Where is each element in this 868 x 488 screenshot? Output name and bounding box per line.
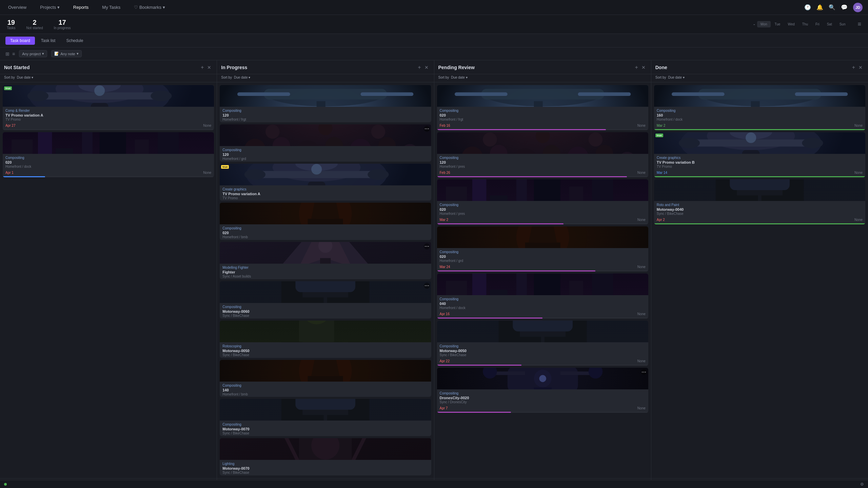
avatar[interactable]: JD [853, 3, 863, 12]
card-type: Compositing [222, 305, 428, 309]
search-icon[interactable]: 🔍 [829, 4, 835, 11]
card-body: Lighting Motorway-0070 Sync / BikeChase [220, 460, 431, 475]
task-card[interactable]: Compositing 140 Homefront / bmb Apr 13 N… [220, 360, 431, 397]
card-image [654, 85, 865, 107]
list-icon[interactable]: ≡ [12, 51, 15, 57]
card-title: 020 [440, 255, 646, 259]
col-sort-pending_review: Sort by Due date ▾ [434, 74, 651, 82]
card-counter[interactable]: ⋯ [424, 126, 430, 132]
card-title: 120 [440, 160, 646, 164]
card-progress-fill [654, 176, 865, 177]
task-card[interactable]: Compositing 020 Homefront / grd Mar 24 N… [437, 226, 648, 271]
card-body: Compositing Motorway-0050 Sync / BikeCha… [437, 342, 648, 358]
svg-rect-13 [82, 132, 93, 154]
task-card[interactable]: Roto and Paint Motorway-0040 Sync / Bike… [654, 179, 865, 224]
col-add-btn-pending_review[interactable]: + [633, 64, 640, 71]
card-body: Compositing 120 Homefront / grd [220, 146, 431, 162]
nav-bookmarks[interactable]: ♡ Bookmarks ▾ [131, 3, 167, 11]
bottom-bar: ⚙ [0, 480, 868, 488]
cal-day-thu[interactable]: Thu [799, 21, 811, 27]
task-card[interactable]: ⋯ Modelling Fighter Fighter Sync / Asset… [220, 242, 431, 279]
task-card[interactable]: Compositing Motorway-0070 Sync / BikeCha… [220, 399, 431, 436]
card-footer: Mar 14 None [654, 170, 865, 176]
task-card[interactable]: Compositing Motorway-0050 Sync / BikeCha… [437, 321, 648, 366]
card-title: 020 [222, 231, 428, 235]
card-type: Compositing [440, 250, 646, 254]
card-progress-bar [3, 129, 214, 130]
col-close-done[interactable]: ✕ [857, 64, 864, 71]
task-card[interactable]: ⋯ Compositing 120 Homefront / grd Mar 1 … [220, 124, 431, 162]
nav-projects[interactable]: Projects ▾ [37, 3, 62, 11]
task-card[interactable]: true Create graphics TV Promo variation … [654, 132, 865, 177]
col-add-btn-done[interactable]: + [850, 64, 857, 71]
filter-project[interactable]: Any project ▾ [19, 50, 47, 57]
col-close-pending_review[interactable]: ✕ [640, 64, 647, 71]
task-card[interactable]: true Create graphics TV Promo variation … [220, 164, 431, 201]
hamburger-icon[interactable]: ≡ [857, 21, 861, 28]
card-progress-bar [654, 223, 865, 224]
card-counter[interactable]: ⋯ [424, 243, 430, 249]
nav-overview[interactable]: Overview [5, 3, 29, 11]
tab-task-list[interactable]: Task list [36, 37, 60, 45]
nav-my-tasks[interactable]: My Tasks [99, 3, 123, 11]
card-badge: true [4, 86, 12, 90]
card-subtitle: Sync / Asset builds [222, 274, 428, 278]
grid-icon[interactable]: ⊞ [5, 51, 9, 57]
chat-icon[interactable]: 💬 [841, 4, 848, 11]
tab-schedule[interactable]: Schedule [61, 37, 88, 45]
card-subtitle: Homefront / pres [440, 212, 646, 216]
card-progress-bar [437, 176, 648, 177]
task-card[interactable]: ⋯ Compositing Motorway-0060 Sync / BikeC… [220, 281, 431, 319]
clock-icon[interactable]: 🕐 [804, 4, 811, 11]
task-card[interactable]: Compositing 020 Homefront / pres Mar 2 N… [437, 179, 648, 224]
cal-day-wed[interactable]: Wed [784, 21, 798, 27]
cal-day-sat[interactable]: Sat [824, 21, 835, 27]
svg-point-37 [265, 125, 280, 139]
svg-point-45 [244, 169, 265, 180]
card-subtitle: Homefront / dock [440, 306, 646, 310]
svg-point-5 [27, 90, 48, 101]
card-title: Motorway-0070 [222, 466, 428, 470]
filter-note[interactable]: 📝 Any note ▾ [51, 50, 81, 57]
task-card[interactable]: Compositing 020 Homefront / dock Apr 1 N… [3, 132, 214, 177]
task-card[interactable]: Compositing 160 Homefront / dock Mar 2 N… [654, 85, 865, 130]
card-title: Motorway-0040 [657, 207, 863, 211]
task-card[interactable]: Lighting Motorway-0070 Sync / BikeChase … [220, 438, 431, 475]
settings-icon[interactable]: ⚙ [860, 482, 864, 487]
nav-reports[interactable]: Reports [71, 3, 92, 11]
card-title: 020 [440, 113, 646, 117]
task-card[interactable]: ⋯ Compositing DronesCity-0020 Sync / Dro… [437, 368, 648, 413]
task-card[interactable]: Compositing 020 Homefront / frgt Feb 16 … [437, 85, 648, 130]
card-progress-bar [654, 129, 865, 130]
cal-day-fri[interactable]: Fri [812, 21, 823, 27]
card-counter[interactable]: ⋯ [641, 369, 647, 375]
task-card[interactable]: Rotoscoping Motorway-0050 Sync / BikeCha… [220, 321, 431, 358]
card-image [220, 360, 431, 382]
task-card[interactable]: Compositing 040 Homefront / dock Apr 16 … [437, 273, 648, 319]
svg-rect-107 [534, 101, 542, 107]
svg-rect-16 [158, 132, 179, 154]
col-add-btn-in_progress[interactable]: + [416, 64, 423, 71]
cal-day-tue[interactable]: Tue [771, 21, 784, 27]
task-card[interactable]: Compositing 120 Homefront / pres Feb 26 … [437, 132, 648, 177]
tab-task-board[interactable]: Task board [5, 37, 35, 45]
bell-icon[interactable]: 🔔 [816, 4, 823, 11]
card-type: Compositing [222, 384, 428, 387]
card-body: Create graphics TV Promo variation A TV … [220, 185, 431, 201]
card-body: Compositing Motorway-0060 Sync / BikeCha… [220, 303, 431, 319]
col-close-in_progress[interactable]: ✕ [423, 64, 430, 71]
svg-rect-11 [38, 132, 52, 154]
cal-day-sun[interactable]: Sun [836, 21, 849, 27]
col-close-not_started[interactable]: ✕ [206, 64, 213, 71]
card-counter[interactable]: ⋯ [424, 283, 430, 289]
card-subtitle: TV Promo [5, 118, 211, 121]
card-type: Modelling Fighter [222, 266, 428, 269]
task-card[interactable]: Compositing 020 Homefront / bmb Mar 12 N… [220, 203, 431, 240]
cal-day-mon[interactable]: Mon [757, 21, 770, 27]
card-progress-bar [437, 223, 648, 224]
task-card[interactable]: true Comp & Render TV Promo variation A … [3, 85, 214, 130]
card-image [654, 179, 865, 201]
col-add-btn-not_started[interactable]: + [199, 64, 206, 71]
svg-point-46 [368, 169, 389, 180]
task-card[interactable]: Compositing 120 Homefront / frgt Feb 1 N… [220, 85, 431, 122]
